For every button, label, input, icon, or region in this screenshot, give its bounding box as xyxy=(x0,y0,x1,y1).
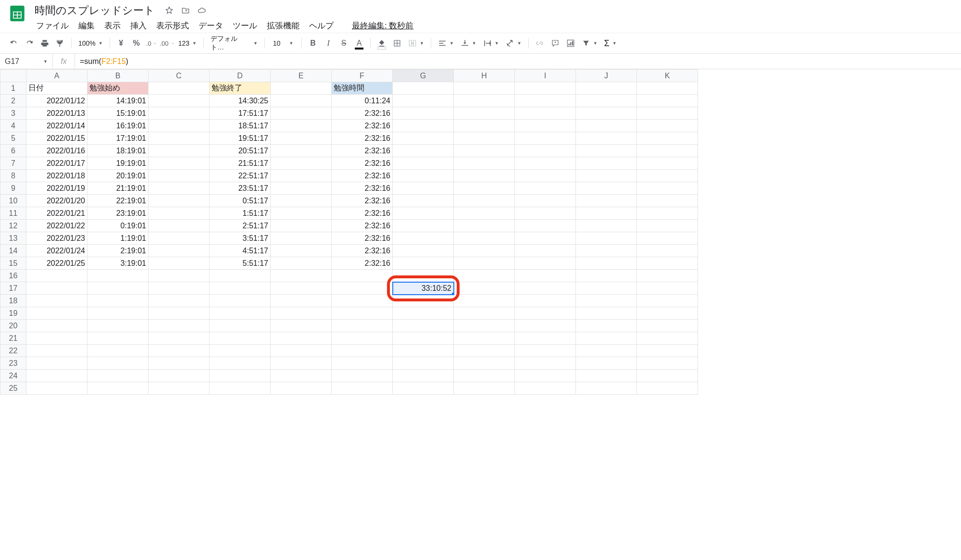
cell-C3[interactable] xyxy=(149,107,210,120)
cell-H13[interactable] xyxy=(454,232,515,245)
col-header-B[interactable]: B xyxy=(87,70,149,82)
cell-F8[interactable]: 2:32:16 xyxy=(332,170,393,182)
cell-D4[interactable]: 18:51:17 xyxy=(210,120,271,132)
cell-E17[interactable] xyxy=(271,282,332,295)
cell-J16[interactable] xyxy=(576,270,637,282)
cell-C6[interactable] xyxy=(149,145,210,157)
cell-H10[interactable] xyxy=(454,195,515,207)
cell-G15[interactable] xyxy=(393,257,454,270)
cell-G13[interactable] xyxy=(393,232,454,245)
cell-C1[interactable] xyxy=(149,82,210,95)
cell-A21[interactable] xyxy=(26,332,87,345)
cell-A3[interactable]: 2022/01/13 xyxy=(26,107,87,120)
cell-D15[interactable]: 5:51:17 xyxy=(210,257,271,270)
cell-G8[interactable] xyxy=(393,170,454,182)
row-header-20[interactable]: 20 xyxy=(0,320,26,332)
cell-K4[interactable] xyxy=(637,120,698,132)
cell-G2[interactable] xyxy=(393,95,454,107)
cell-E7[interactable] xyxy=(271,157,332,170)
cell-C23[interactable] xyxy=(149,357,210,370)
row-header-5[interactable]: 5 xyxy=(0,132,26,145)
cell-B1[interactable]: 勉強始め xyxy=(87,82,149,95)
cell-H24[interactable] xyxy=(454,370,515,382)
cell-E2[interactable] xyxy=(271,95,332,107)
cell-E10[interactable] xyxy=(271,195,332,207)
cell-K21[interactable] xyxy=(637,332,698,345)
col-header-C[interactable]: C xyxy=(149,70,210,82)
cell-H23[interactable] xyxy=(454,357,515,370)
cell-G22[interactable] xyxy=(393,345,454,357)
cell-H25[interactable] xyxy=(454,382,515,395)
cell-I4[interactable] xyxy=(515,120,576,132)
row-header-13[interactable]: 13 xyxy=(0,232,26,245)
move-icon[interactable] xyxy=(181,6,190,15)
cell-C19[interactable] xyxy=(149,307,210,320)
cell-D18[interactable] xyxy=(210,295,271,307)
cell-G20[interactable] xyxy=(393,320,454,332)
cell-D7[interactable]: 21:51:17 xyxy=(210,157,271,170)
cell-A17[interactable] xyxy=(26,282,87,295)
cell-K3[interactable] xyxy=(637,107,698,120)
menu-format[interactable]: 表示形式 xyxy=(152,18,193,33)
cell-G16[interactable] xyxy=(393,270,454,282)
row-header-2[interactable]: 2 xyxy=(0,95,26,107)
cell-A11[interactable]: 2022/01/21 xyxy=(26,207,87,220)
row-header-24[interactable]: 24 xyxy=(0,370,26,382)
cell-B13[interactable]: 1:19:01 xyxy=(87,232,149,245)
cell-I9[interactable] xyxy=(515,182,576,195)
cell-G1[interactable] xyxy=(393,82,454,95)
cell-C24[interactable] xyxy=(149,370,210,382)
cell-A10[interactable]: 2022/01/20 xyxy=(26,195,87,207)
text-color-button[interactable]: A xyxy=(352,36,366,50)
cell-F2[interactable]: 0:11:24 xyxy=(332,95,393,107)
col-header-J[interactable]: J xyxy=(576,70,637,82)
row-header-15[interactable]: 15 xyxy=(0,257,26,270)
cell-K13[interactable] xyxy=(637,232,698,245)
cell-H20[interactable] xyxy=(454,320,515,332)
cell-D23[interactable] xyxy=(210,357,271,370)
cell-G25[interactable] xyxy=(393,382,454,395)
cell-D16[interactable] xyxy=(210,270,271,282)
cell-C20[interactable] xyxy=(149,320,210,332)
cell-J17[interactable] xyxy=(576,282,637,295)
cell-A15[interactable]: 2022/01/25 xyxy=(26,257,87,270)
cell-B6[interactable]: 18:19:01 xyxy=(87,145,149,157)
cell-A18[interactable] xyxy=(26,295,87,307)
rotate-button[interactable]: ▼ xyxy=(503,37,524,50)
undo-button[interactable] xyxy=(7,36,21,50)
cell-H19[interactable] xyxy=(454,307,515,320)
cell-C7[interactable] xyxy=(149,157,210,170)
cell-J13[interactable] xyxy=(576,232,637,245)
cell-C9[interactable] xyxy=(149,182,210,195)
wrap-button[interactable]: ▼ xyxy=(480,37,502,50)
cell-I1[interactable] xyxy=(515,82,576,95)
cell-J3[interactable] xyxy=(576,107,637,120)
cell-D1[interactable]: 勉強終了 xyxy=(210,82,271,95)
cell-J2[interactable] xyxy=(576,95,637,107)
doc-title[interactable]: 時間のスプレッドシート xyxy=(32,2,158,19)
cell-I16[interactable] xyxy=(515,270,576,282)
cell-E13[interactable] xyxy=(271,232,332,245)
cell-I14[interactable] xyxy=(515,245,576,257)
cell-F18[interactable] xyxy=(332,295,393,307)
cell-H8[interactable] xyxy=(454,170,515,182)
cell-A22[interactable] xyxy=(26,345,87,357)
cell-A14[interactable]: 2022/01/24 xyxy=(26,245,87,257)
cell-H1[interactable] xyxy=(454,82,515,95)
cell-H5[interactable] xyxy=(454,132,515,145)
cell-C15[interactable] xyxy=(149,257,210,270)
cell-B8[interactable]: 20:19:01 xyxy=(87,170,149,182)
cell-K25[interactable] xyxy=(637,382,698,395)
cell-I12[interactable] xyxy=(515,220,576,232)
cell-K24[interactable] xyxy=(637,370,698,382)
cell-F12[interactable]: 2:32:16 xyxy=(332,220,393,232)
cell-B20[interactable] xyxy=(87,320,149,332)
cell-E5[interactable] xyxy=(271,132,332,145)
spreadsheet-grid[interactable]: ABCDEFGHIJK1日付勉強始め勉強終了勉強時間22022/01/1214:… xyxy=(0,69,961,395)
cell-A5[interactable]: 2022/01/15 xyxy=(26,132,87,145)
cell-D21[interactable] xyxy=(210,332,271,345)
select-all-cell[interactable] xyxy=(0,70,26,82)
cell-H18[interactable] xyxy=(454,295,515,307)
menu-tools[interactable]: ツール xyxy=(228,18,262,33)
col-header-A[interactable]: A xyxy=(26,70,87,82)
